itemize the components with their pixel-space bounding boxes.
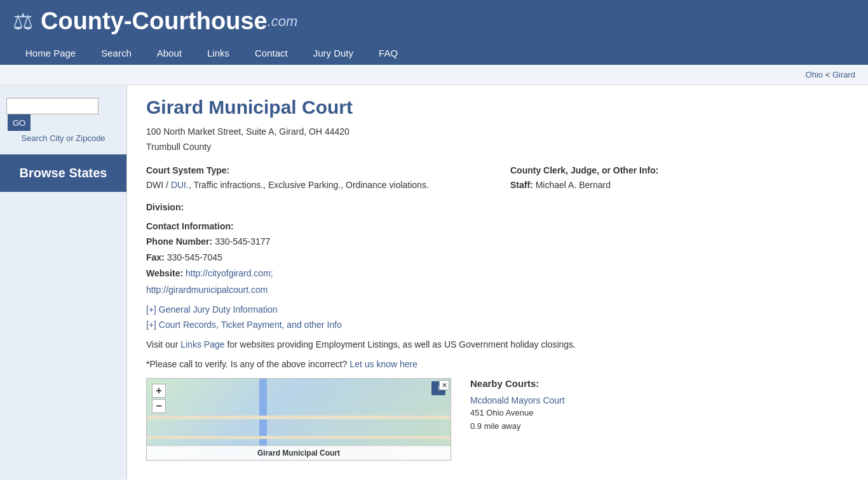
jury-duty-link[interactable]: [+] General Jury Duty Information [146, 304, 849, 315]
links-note-pre: Visit our [146, 339, 180, 349]
page-body: GO Search City or Zipcode Browse States … [0, 85, 868, 480]
links-note-post: for websites providing Employment Listin… [225, 339, 576, 349]
search-input[interactable] [6, 98, 98, 114]
court-system-label: Court System Type: [146, 165, 485, 175]
map-zoom-in-button[interactable]: + [152, 384, 166, 398]
address-line2: Trumbull County [146, 140, 849, 155]
court-records-link[interactable]: [+] Court Records, Ticket Payment, and o… [146, 320, 849, 330]
search-city-label: Search City or Zipcode [6, 131, 120, 148]
verify-note: *Please call to verify. Is any of the ab… [146, 359, 849, 369]
map-road-h2 [147, 436, 451, 439]
logo-scales-icon: ⚖ [13, 8, 33, 35]
nav-about[interactable]: About [144, 41, 194, 65]
map-container: + − ↑ ✕ Girard Municipal Court [146, 378, 451, 461]
nav-faq[interactable]: FAQ [366, 41, 410, 65]
bottom-section: + − ↑ ✕ Girard Municipal Court Nearby Co… [146, 378, 849, 461]
main-content: Girard Municipal Court 100 North Market … [127, 85, 868, 480]
dui-link[interactable]: DUI. [171, 180, 189, 190]
fax-row: Fax: 330-545-7045 [146, 250, 849, 266]
breadcrumb-separator: < [823, 70, 832, 79]
staff-value: Staff: Michael A. Bernard [510, 178, 849, 192]
nav-links[interactable]: Links [194, 41, 242, 65]
logo-text-com: .com [268, 13, 298, 30]
staff-label: Staff: [510, 180, 533, 190]
nav-search[interactable]: Search [88, 41, 144, 65]
map-zoom-out-button[interactable]: − [152, 399, 166, 413]
court-system-value: DWI / DUI., Traffic infractions., Exclus… [146, 178, 485, 192]
nav-jury-duty[interactable]: Jury Duty [301, 41, 366, 65]
map-close-button[interactable]: ✕ [439, 380, 449, 390]
breadcrumb-state[interactable]: Ohio [806, 70, 823, 79]
nav-home[interactable]: Home Page [13, 41, 88, 65]
logo-text-main: County-Courthouse [41, 8, 268, 35]
staff-name: Michael A. Bernard [536, 180, 611, 190]
breadcrumb-city[interactable]: Girard [832, 70, 855, 79]
browse-states-button[interactable]: Browse States [0, 154, 126, 192]
main-nav: Home Page Search About Links Contact Jur… [13, 41, 855, 65]
nearby-court-distance-0: 0.9 mile away [470, 421, 520, 431]
website1-link[interactable]: http://cityofgirard.com; [186, 268, 273, 278]
verify-link[interactable]: Let us know here [349, 359, 417, 369]
site-header: ⚖ County-Courthouse .com Home Page Searc… [0, 0, 868, 65]
site-logo: ⚖ County-Courthouse .com [13, 8, 855, 41]
breadcrumb: Ohio < Girard [0, 65, 868, 85]
fax-label: Fax: [146, 252, 165, 262]
website-label: Website: [146, 268, 183, 278]
court-system-col: Court System Type: DWI / DUI., Traffic i… [146, 165, 485, 192]
map-road-h1 [147, 416, 451, 419]
nav-contact[interactable]: Contact [242, 41, 301, 65]
sidebar-search-box: GO Search City or Zipcode [0, 92, 126, 154]
nearby-court-street-0: 451 Ohio Avenue [470, 408, 534, 417]
nearby-title: Nearby Courts: [470, 378, 849, 389]
fax-value: 330-545-7045 [167, 252, 222, 262]
address-line1: 100 North Market Street, Suite A, Girard… [146, 125, 849, 140]
go-button[interactable]: GO [8, 114, 31, 131]
map-placeholder: + − ↑ ✕ Girard Municipal Court [147, 379, 451, 460]
court-title: Girard Municipal Court [146, 97, 849, 118]
county-clerk-col: County Clerk, Judge, or Other Info: Staf… [510, 165, 849, 192]
website2-link[interactable]: http://girardmunicipalcourt.com [146, 285, 268, 295]
nearby-court-name-0[interactable]: Mcdonald Mayors Court [470, 395, 849, 405]
links-page-link[interactable]: Links Page [180, 339, 224, 349]
verify-pre: *Please call to verify. Is any of the ab… [146, 359, 349, 369]
website-row: Website: http://cityofgirard.com; http:/… [146, 266, 849, 297]
contact-block: Phone Number: 330-545-3177 Fax: 330-545-… [146, 234, 849, 298]
county-clerk-label: County Clerk, Judge, or Other Info: [510, 165, 849, 175]
phone-label: Phone Number: [146, 236, 212, 247]
nearby-courts: Nearby Courts: Mcdonald Mayors Court 451… [470, 378, 849, 461]
links-note: Visit our Links Page for websites provid… [146, 337, 849, 351]
phone-value: 330-545-3177 [215, 236, 270, 247]
nearby-court-address-0: 451 Ohio Avenue 0.9 mile away [470, 407, 849, 433]
division-label: Division: [146, 202, 849, 212]
info-grid: Court System Type: DWI / DUI., Traffic i… [146, 165, 849, 192]
sidebar: GO Search City or Zipcode Browse States [0, 85, 127, 480]
map-popup-label: Girard Municipal Court [147, 445, 451, 460]
court-address: 100 North Market Street, Suite A, Girard… [146, 125, 849, 155]
phone-row: Phone Number: 330-545-3177 [146, 234, 849, 250]
contact-label: Contact Information: [146, 221, 849, 231]
